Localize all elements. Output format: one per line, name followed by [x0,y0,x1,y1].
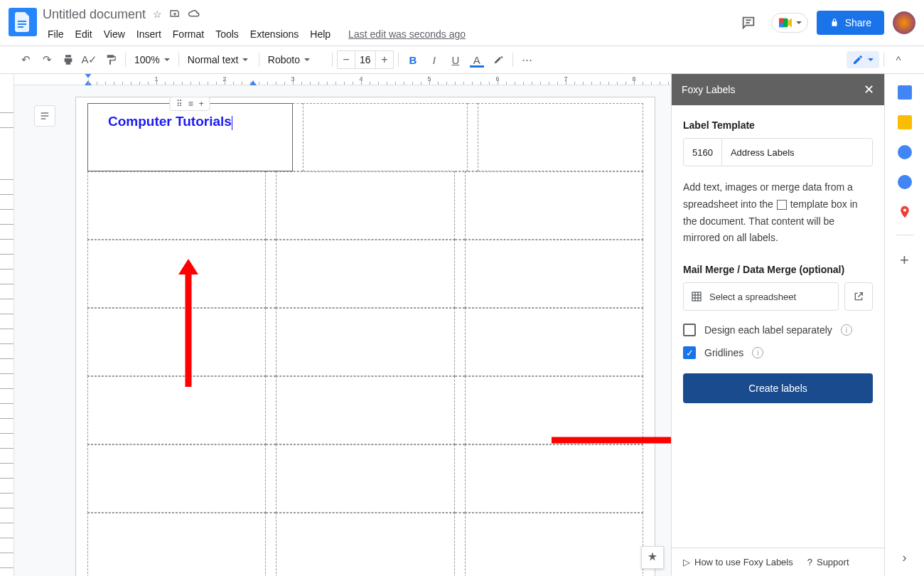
template-name: Address Labels [722,147,803,158]
label-cell[interactable] [276,240,454,308]
cloud-icon[interactable] [188,9,200,21]
hide-rail-icon[interactable]: › [898,550,912,565]
add-icon[interactable]: + [199,99,204,109]
menu-extensions[interactable]: Extensions [245,26,303,43]
fontsize-decrease[interactable]: − [338,51,355,68]
title-area: Untitled document ☆ File Edit View Inser… [43,6,734,43]
align-icon[interactable]: ≡ [188,99,193,109]
editing-mode-button[interactable] [847,51,879,68]
toolbar: ↶ ↷ A✓ 100% Normal text Roboto − 16 + B … [0,46,924,74]
template-selector[interactable]: 5160 Address Labels [683,138,873,166]
label-cell[interactable] [465,171,643,240]
last-edit-link[interactable]: Last edit was seconds ago [348,26,466,43]
label-cell-active[interactable]: ⠿≡+ Computer Tutorials [87,103,293,171]
vertical-ruler [0,74,14,576]
print-icon[interactable] [58,50,78,70]
label-cell[interactable] [276,171,454,240]
label-template-heading: Label Template [683,119,873,131]
svg-rect-2 [18,26,23,28]
menu-format[interactable]: Format [168,26,209,43]
page[interactable]: ⠿≡+ Computer Tutorials [75,97,655,576]
meet-button[interactable] [771,13,808,33]
meet-icon [778,16,793,29]
sheet-icon [691,291,702,302]
add-addon-icon[interactable]: + [898,251,912,265]
howto-link[interactable]: ▷How to use Foxy Labels [683,557,793,567]
menu-edit[interactable]: Edit [70,26,97,43]
style-select[interactable]: Normal text [183,50,254,70]
label-cell[interactable] [87,513,266,576]
user-avatar[interactable] [893,11,915,34]
label-cell[interactable] [276,513,454,576]
label-cell[interactable] [276,444,454,513]
italic-button[interactable]: I [424,50,444,70]
table-handle[interactable]: ⠿≡+ [170,97,210,111]
label-cell[interactable] [465,376,643,444]
label-cell[interactable] [87,376,266,444]
addon-sidebar: Foxy Labels ✕ Label Template 5160 Addres… [671,74,884,576]
more-tools-icon[interactable]: ⋯ [517,50,537,70]
label-cell[interactable] [465,513,643,576]
design-each-row: Design each label separately i [683,324,873,336]
label-cell[interactable] [303,103,468,171]
menu-help[interactable]: Help [305,26,335,43]
design-each-checkbox[interactable] [683,324,696,336]
document-title[interactable]: Untitled document [43,7,146,22]
sidebar-header: Foxy Labels ✕ [672,74,884,105]
menu-view[interactable]: View [99,26,130,43]
chevron-down-icon [796,21,802,24]
design-each-label: Design each label separately [704,324,832,336]
info-icon[interactable]: i [841,324,852,336]
label-cell[interactable] [87,308,266,376]
tasks-icon[interactable] [898,145,912,159]
comments-icon[interactable] [734,9,763,37]
star-icon[interactable]: ☆ [153,9,162,20]
move-icon[interactable] [169,8,181,21]
zoom-select[interactable]: 100% [130,50,174,70]
paint-format-icon[interactable] [101,50,121,70]
label-cell[interactable] [465,308,643,376]
label-cell[interactable] [465,444,643,513]
explore-button[interactable] [641,546,664,569]
support-link[interactable]: ?Support [807,557,849,567]
collapse-sidebar-icon[interactable]: ^ [888,50,908,70]
chevron-down-icon [868,58,874,61]
docs-logo-icon[interactable] [9,8,37,36]
label-cell[interactable] [87,444,266,513]
menu-insert[interactable]: Insert [131,26,166,43]
contacts-icon[interactable] [898,175,912,189]
redo-icon[interactable]: ↷ [37,50,57,70]
close-icon[interactable]: ✕ [864,82,874,97]
gridlines-checkbox[interactable]: ✓ [683,346,696,359]
underline-button[interactable]: U [446,50,466,70]
highlight-button[interactable] [488,50,508,70]
bold-button[interactable]: B [403,50,423,70]
outline-toggle-icon[interactable] [34,105,55,127]
font-select[interactable]: Roboto [264,50,328,70]
menu-tools[interactable]: Tools [210,26,244,43]
label-cell[interactable] [478,103,643,171]
maps-icon[interactable] [898,205,912,219]
label-cell[interactable] [87,171,266,240]
label-cell[interactable] [87,240,266,308]
select-spreadsheet-button[interactable]: Select a spreadsheet [683,282,839,311]
text-color-button[interactable]: A [467,50,487,70]
undo-icon[interactable]: ↶ [16,50,36,70]
label-cell[interactable] [276,376,454,444]
fontsize-value[interactable]: 16 [355,51,376,68]
info-icon[interactable]: i [752,347,763,358]
drag-icon[interactable]: ⠿ [176,99,183,109]
label-cell[interactable] [276,308,454,376]
content-area: 12345678 ⠿≡+ Computer Tutorials [0,74,924,576]
spellcheck-icon[interactable]: A✓ [80,50,100,70]
keep-icon[interactable] [898,115,912,129]
open-external-icon[interactable] [844,282,873,311]
create-labels-button[interactable]: Create labels [683,373,873,403]
svg-rect-6 [779,18,783,23]
menu-file[interactable]: File [43,26,69,43]
calendar-icon[interactable] [898,85,912,100]
label-cell[interactable] [465,240,643,308]
document-area: 12345678 ⠿≡+ Computer Tutorials [14,74,671,576]
share-button[interactable]: Share [817,11,884,35]
fontsize-increase[interactable]: + [376,51,393,68]
